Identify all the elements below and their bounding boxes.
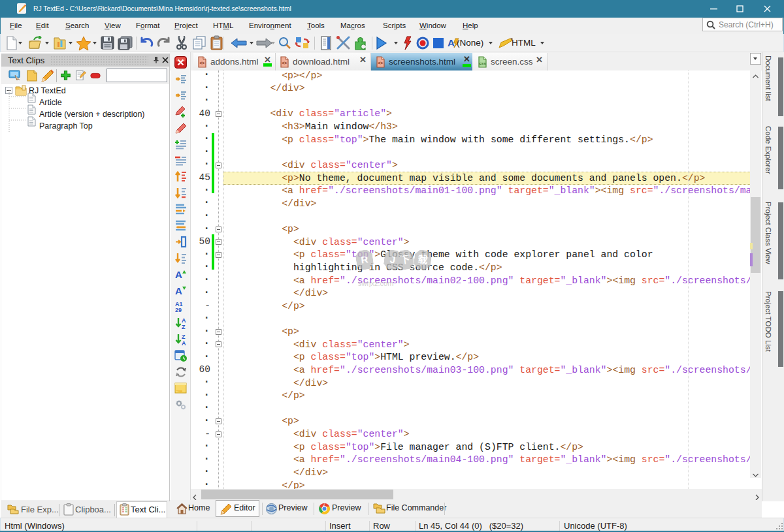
svg-text:css: css [480, 61, 487, 65]
svg-text:A: A [175, 285, 182, 296]
svg-text:A: A [175, 269, 182, 280]
svg-text:A: A [182, 317, 186, 324]
svg-text:29: 29 [175, 307, 182, 313]
svg-text:Z: Z [182, 324, 186, 330]
svg-text:<>: <> [282, 61, 287, 65]
svg-text:Z: Z [182, 334, 186, 340]
svg-text:A: A [182, 340, 186, 346]
svg-text:<>: <> [200, 61, 205, 65]
svg-text:<>: <> [378, 61, 384, 65]
